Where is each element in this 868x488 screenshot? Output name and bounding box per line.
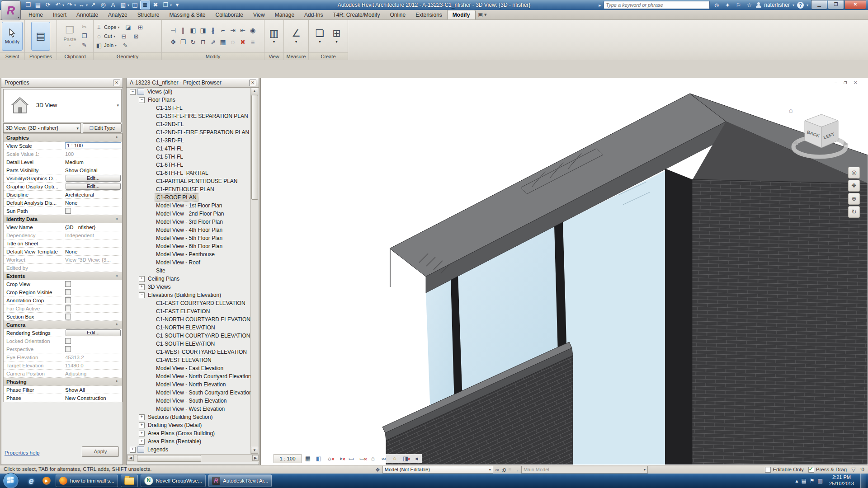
favorites-star-icon[interactable]: ☆ xyxy=(745,2,753,9)
undo-icon[interactable]: ↶ xyxy=(53,1,62,9)
property-value[interactable]: {3D - nfisher} xyxy=(63,223,122,231)
array-icon[interactable]: ▦ xyxy=(218,38,227,46)
taskbar-clock[interactable]: 2:21 PM 25/10/2013 xyxy=(826,474,857,487)
tree-item-label[interactable]: 3D Views xyxy=(146,283,172,291)
qat-customize-icon[interactable]: ▾ xyxy=(173,1,182,9)
collapse-chevron-icon[interactable]: » xyxy=(114,380,118,382)
tree-item-label[interactable]: Model View - North Elevation xyxy=(155,381,227,388)
tray-show-hidden-icon[interactable]: ▴ xyxy=(795,478,798,484)
shadows-icon[interactable]: ◑✕ xyxy=(335,454,346,463)
tree-item-label[interactable]: Model View - South Elevation xyxy=(155,397,228,404)
rotate-icon[interactable]: ↻ xyxy=(189,38,198,46)
tree-item[interactable]: Model View - 2nd Floor Plan xyxy=(127,210,252,218)
property-group-extents[interactable]: Extents» xyxy=(4,272,122,280)
property-value[interactable]: Show Original xyxy=(63,166,122,174)
tree-item[interactable]: +3D Views xyxy=(127,283,252,291)
edit-button[interactable]: Edit... xyxy=(66,329,121,336)
tree-item[interactable]: C1-1ST-FL-FIRE SEPARATION PLAN xyxy=(127,112,252,120)
match-type-icon[interactable]: ✎ xyxy=(80,41,89,49)
taskbar-revit[interactable]: RAutodesk Revit Ar... xyxy=(208,474,272,487)
tray-action-center-icon[interactable]: ⚑ xyxy=(810,478,815,484)
tree-item[interactable]: C1-4TH-FL xyxy=(127,145,252,153)
infocenter-expander-icon[interactable]: ▸ xyxy=(599,3,601,8)
tree-item-label[interactable]: C1-3RD-FL xyxy=(155,137,185,144)
tree-item[interactable]: C1-WEST ELEVATION xyxy=(127,356,252,364)
cut-profile-icon[interactable]: ◪ xyxy=(125,24,132,31)
tree-item-label[interactable]: C1-4TH-FL xyxy=(155,145,184,152)
tree-item[interactable]: −Views (all) xyxy=(127,88,252,96)
property-checkbox-icon[interactable] xyxy=(65,289,71,295)
property-value[interactable]: Medium xyxy=(63,158,122,166)
hide-isolate-button[interactable]: ▥▾ xyxy=(266,22,282,50)
tab-modify[interactable]: Modify xyxy=(447,10,476,19)
tree-item[interactable]: C1-EAST COURTYARD ELEVATION xyxy=(127,299,252,307)
tree-item-label[interactable]: C1-WEST ELEVATION xyxy=(155,357,213,364)
extend-multiple-icon[interactable]: ⇤ xyxy=(238,26,247,34)
property-value[interactable]: Architectural xyxy=(63,191,122,198)
property-group-camera[interactable]: Camera» xyxy=(4,321,122,329)
expand-icon[interactable]: + xyxy=(139,422,145,428)
trim-corner-icon[interactable]: ⌐ xyxy=(218,26,227,34)
tree-item-label[interactable]: C1-SOUTH COURTYARD ELEVATION xyxy=(155,332,251,339)
panel-display-toggle-icon[interactable]: ▣ ▾ xyxy=(478,12,487,19)
design-options-icon[interactable]: ≡ xyxy=(508,467,511,473)
expand-icon[interactable]: + xyxy=(130,447,136,453)
move-icon[interactable]: ✥ xyxy=(169,38,178,46)
property-value[interactable]: Independent xyxy=(63,231,122,239)
tree-item-label[interactable]: C1-ROOF PLAN xyxy=(155,193,198,202)
tree-item-label[interactable]: Model View - 4th Floor Plan xyxy=(155,226,224,234)
minimize-button[interactable]: ▁ xyxy=(811,0,827,9)
tree-item-label[interactable]: Area Plans (Rentable) xyxy=(146,438,203,445)
trim-icon[interactable]: ⊓ xyxy=(198,38,208,46)
tray-printer-icon[interactable]: ▤ xyxy=(801,478,806,484)
tree-item-label[interactable]: C1-PENTHOUSE PLAN xyxy=(155,186,216,193)
aligned-dimension-icon-dropdown[interactable]: ▾ xyxy=(86,3,88,7)
temporary-hidden-glasses-icon[interactable]: ∞ xyxy=(495,467,500,473)
property-value[interactable]: Edit... xyxy=(63,183,122,190)
property-value[interactable] xyxy=(63,207,122,215)
filter-icon[interactable]: ▽ xyxy=(851,466,855,473)
sun-path-icon[interactable]: ☼✕ xyxy=(324,454,335,463)
modify-tool-button[interactable]: Modify xyxy=(2,22,23,51)
cut-icon[interactable]: ✂ xyxy=(80,23,89,31)
tree-item-label[interactable]: C1-1ST-FL-FIRE SEPARATION PLAN xyxy=(155,113,250,120)
scroll-down-icon[interactable]: ▼ xyxy=(251,447,258,454)
tree-item[interactable]: +Sections (Building Section) xyxy=(127,413,252,421)
scroll-up-icon[interactable]: ▲ xyxy=(251,88,258,94)
tree-item[interactable]: −Elevations (Building Elevation) xyxy=(127,291,252,299)
tree-item-label[interactable]: Site xyxy=(155,267,167,274)
tree-item[interactable]: Model View - South Elevation xyxy=(127,397,252,405)
viewcube-home-icon[interactable]: ⌂ xyxy=(789,107,793,114)
tree-item-label[interactable]: C1-SOUTH ELEVATION xyxy=(155,340,216,347)
taskbar-explorer[interactable] xyxy=(121,474,138,487)
user-dropdown-icon[interactable]: ▾ xyxy=(793,3,794,7)
measure-icon[interactable]: ↗ xyxy=(89,1,98,9)
collapse-chevron-icon[interactable]: » xyxy=(114,274,118,277)
tree-item[interactable]: C1-SOUTH ELEVATION xyxy=(127,340,252,348)
tree-item-label[interactable]: C1-NORTH COURTYARD ELEVATION xyxy=(155,316,252,323)
help-dropdown-icon[interactable]: ▾ xyxy=(807,3,808,7)
property-value[interactable] xyxy=(63,280,122,288)
tab-structure[interactable]: Structure xyxy=(132,10,165,19)
tree-item-label[interactable]: Model View - Roof xyxy=(155,259,202,266)
search-input[interactable] xyxy=(604,1,710,9)
property-group-identity-data[interactable]: Identity Data» xyxy=(4,215,122,223)
cut-dropdown-icon[interactable]: ▾ xyxy=(113,34,115,38)
property-value[interactable]: Adjusting xyxy=(63,370,122,377)
property-value[interactable] xyxy=(63,239,122,247)
tree-item[interactable]: Model View - South Courtyard Elevation xyxy=(127,389,252,397)
taskbar-firefox[interactable]: how to trim wall s... xyxy=(56,474,118,487)
view-scale-button[interactable]: 1 : 100 xyxy=(274,454,302,463)
taskbar-groupwise[interactable]: NNovell GroupWise... xyxy=(141,474,206,487)
tree-item-label[interactable]: Drafting Views (Detail) xyxy=(146,422,203,429)
panel-label-measure[interactable]: Measure xyxy=(284,52,308,60)
tree-item[interactable]: Model View - West Elevation xyxy=(127,405,252,413)
panel-label-select[interactable]: Select xyxy=(0,52,24,60)
panel-label-view[interactable]: View xyxy=(264,52,283,60)
close-hidden-windows-icon[interactable]: ✖ xyxy=(151,1,160,9)
tree-item[interactable]: C1-NORTH COURTYARD ELEVATION xyxy=(127,315,252,324)
tree-item-label[interactable]: C1-PARTIAL PENTHOUSE PLAN xyxy=(155,178,239,185)
property-value[interactable]: New Construction xyxy=(63,394,122,402)
tree-item[interactable]: +Area Plans (Rentable) xyxy=(127,437,252,446)
copy-element-icon[interactable]: ❐ xyxy=(179,38,188,46)
